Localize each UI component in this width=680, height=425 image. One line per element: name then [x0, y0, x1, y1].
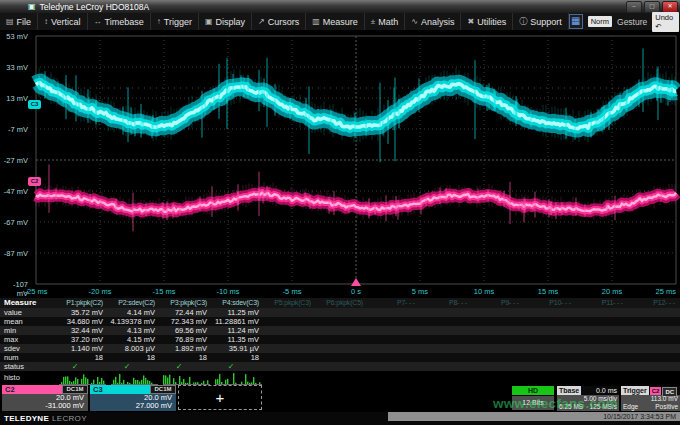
channel-offset-marker-c3[interactable]: C3 — [28, 100, 41, 109]
file-icon: ▤ — [6, 17, 14, 26]
measure-cell: 4.13 mV — [108, 326, 160, 335]
x-tick-label: -20 ms — [80, 287, 120, 296]
measure-cell: 35.72 mV — [56, 308, 108, 317]
measure-column-header[interactable]: P1:pkpk(C2) — [56, 298, 108, 308]
menu-item-cursors[interactable]: ↗Cursors — [252, 13, 306, 30]
x-tick-label: -15 ms — [144, 287, 184, 296]
status-check-icon: ✓ — [56, 362, 108, 371]
measure-column-header[interactable]: P4:sdev(C3) — [212, 298, 264, 308]
channel-id: C3 — [90, 385, 150, 394]
measure-icon: ▥ — [312, 17, 320, 26]
measure-column-header[interactable]: P12- - - — [628, 298, 680, 308]
menu-item-math[interactable]: ±Math — [365, 13, 405, 30]
channel-offset-marker-c2[interactable]: C2 — [28, 177, 41, 186]
measure-cell — [316, 308, 368, 317]
measure-cell: 72.343 mV — [160, 317, 212, 326]
y-tick-label: -67 mV — [0, 218, 28, 227]
channel-offset: -31.000 mV — [2, 402, 88, 410]
menu-item-timebase[interactable]: ↔Timebase — [88, 13, 151, 30]
measure-cell: 11.24 mV — [212, 326, 264, 335]
measure-cell — [472, 308, 524, 317]
measure-cell — [420, 344, 472, 353]
measure-cell — [420, 335, 472, 344]
measure-cell — [576, 308, 628, 317]
x-tick-label: 10 ms — [464, 287, 504, 296]
measure-cell — [524, 308, 576, 317]
measure-cell: 76.89 mV — [160, 335, 212, 344]
cursors-icon: ↗ — [258, 17, 265, 26]
measure-cell — [368, 353, 420, 362]
undo-button[interactable]: Undo ↶ — [652, 12, 679, 32]
measure-cell — [264, 317, 316, 326]
display-icon: ▣ — [205, 17, 213, 26]
timebase-box[interactable]: Tbase 0.0 ms 5.00 ms/div 6.25 MS 125 MS/… — [557, 386, 619, 411]
menu-item-analysis[interactable]: ∿Analysis — [405, 13, 461, 30]
measure-cell: 4.139378 mV — [108, 317, 160, 326]
measure-cell — [368, 335, 420, 344]
y-tick-label: -7 mV — [0, 125, 28, 134]
menu-item-support[interactable]: ⓘSupport — [513, 13, 569, 30]
measure-cell — [576, 326, 628, 335]
trigger-type: Edge — [623, 403, 638, 411]
measure-cell — [264, 326, 316, 335]
status-check-icon: ✓ — [108, 362, 160, 371]
measure-cell — [472, 353, 524, 362]
measure-cell — [316, 326, 368, 335]
menu-item-file[interactable]: ▤File — [0, 13, 38, 30]
status-check-icon — [420, 362, 472, 371]
status-check-icon — [524, 362, 576, 371]
measure-cell — [628, 335, 680, 344]
menu-item-trigger[interactable]: ↑Trigger — [151, 13, 199, 30]
measure-column-header[interactable]: P8- - - — [420, 298, 472, 308]
measure-cell — [524, 326, 576, 335]
x-tick-label: -25 ms — [16, 287, 56, 296]
measure-cell: 18 — [56, 353, 108, 362]
measure-row-label: num — [0, 353, 56, 362]
measure-column-header[interactable]: P11- - - — [576, 298, 628, 308]
brand-logo: TELEDYNELECROY — [4, 412, 87, 425]
vertical-icon: ↕ — [44, 17, 48, 26]
channel-descriptor-c2[interactable]: C2 DC1M 20.0 mV -31.000 mV — [2, 385, 88, 411]
measure-cell: 4.14 mV — [108, 308, 160, 317]
waveform-display[interactable] — [0, 30, 680, 288]
timebase-icon: ↔ — [94, 17, 102, 26]
measure-column-header[interactable]: P2:sdev(C2) — [108, 298, 160, 308]
timebase-delay: 0.0 ms — [581, 386, 619, 395]
footer-bar: TELEDYNELECROY 10/15/2017 3:34:53 PM — [0, 412, 680, 425]
gesture-label[interactable]: Gesture — [617, 17, 647, 27]
add-channel-button[interactable]: + — [178, 385, 262, 410]
measure-column-header[interactable]: P7- - - — [368, 298, 420, 308]
measure-title: Measure — [0, 298, 56, 308]
measure-column-header[interactable]: P6:pkpk(C5) — [316, 298, 368, 308]
trigger-mode-chip[interactable]: Norm — [588, 16, 612, 27]
math-icon: ± — [371, 17, 375, 26]
y-tick-label: -27 mV — [0, 156, 28, 165]
minimize-button[interactable]: – — [626, 1, 642, 13]
measure-column-header[interactable]: P9- - - — [472, 298, 524, 308]
menu-item-measure[interactable]: ▥Measure — [306, 13, 365, 30]
menu-item-vertical[interactable]: ↕Vertical — [38, 13, 88, 30]
trigger-source-badge: C2 — [650, 387, 662, 395]
measure-cell — [628, 308, 680, 317]
measure-cell — [368, 326, 420, 335]
trigger-level: 113.0 mV — [621, 395, 680, 403]
measure-column-header[interactable]: P3:pkpk(C3) — [160, 298, 212, 308]
measure-cell — [264, 335, 316, 344]
y-tick-label: 33 mV — [0, 63, 28, 72]
measure-column-header[interactable]: P10- - - — [524, 298, 576, 308]
measure-cell: 69.56 mV — [160, 326, 212, 335]
analysis-icon: ∿ — [411, 17, 418, 26]
measure-table: MeasureP1:pkpk(C2)P2:sdev(C2)P3:pkpk(C3)… — [0, 298, 680, 386]
channel-descriptor-c3[interactable]: C3 DC1M 20.0 mV 27.000 mV — [90, 385, 176, 411]
measure-cell — [576, 335, 628, 344]
menu-item-utilities[interactable]: ✖Utilities — [461, 13, 513, 30]
measure-column-header[interactable]: P5:pkpk(C3) — [264, 298, 316, 308]
trigger-box[interactable]: Trigger C2 DC 113.0 mV Edge Positive — [621, 386, 680, 411]
status-check-icon — [316, 362, 368, 371]
measure-row-label: min — [0, 326, 56, 335]
measure-cell — [264, 308, 316, 317]
grid-layout-button[interactable]: ▦ — [569, 14, 583, 29]
oscilloscope-screen: ▣ Teledyne LeCroy HDO8108A – ▢ ✕ ▤File↕V… — [0, 0, 680, 425]
measure-cell — [368, 317, 420, 326]
menu-item-display[interactable]: ▣Display — [199, 13, 252, 30]
